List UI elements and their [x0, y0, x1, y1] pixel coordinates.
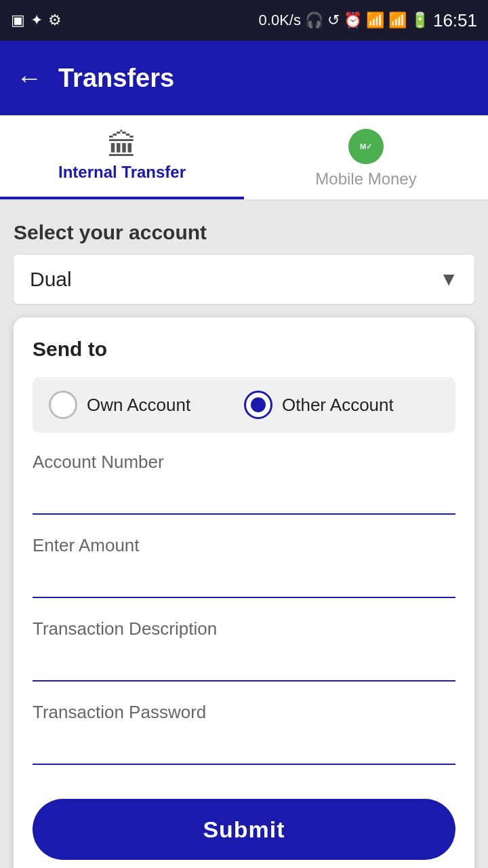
- signal-icon: 📶: [388, 12, 407, 29]
- tab-mobile-money-label: Mobile Money: [315, 170, 416, 189]
- dropdown-arrow-icon: ▼: [439, 269, 458, 290]
- tabs-container: 🏛 Internal Transfer M✓ Mobile Money: [0, 115, 488, 201]
- mpesa-logo: M✓: [348, 129, 384, 164]
- password-group: Transaction Password: [33, 702, 455, 765]
- speed-indicator: 0.0K/s: [259, 12, 301, 29]
- own-account-radio[interactable]: [49, 391, 77, 419]
- amount-group: Enter Amount: [33, 535, 455, 598]
- wifi-icon: 📶: [366, 12, 384, 29]
- alarm-icon: ⏰: [344, 12, 362, 29]
- own-account-label: Own Account: [87, 395, 190, 416]
- description-label: Transaction Description: [33, 618, 455, 639]
- password-label: Transaction Password: [33, 702, 455, 723]
- tab-internal-transfer[interactable]: 🏛 Internal Transfer: [0, 115, 244, 199]
- select-account-label: Select your account: [14, 221, 474, 244]
- description-input[interactable]: [33, 645, 455, 682]
- status-time: 16:51: [433, 10, 477, 31]
- status-bar: ▣ ✦ ⚙ 0.0K/s 🎧 ↺ ⏰ 📶 📶 🔋 16:51: [0, 0, 488, 41]
- status-icons-right: 0.0K/s 🎧 ↺ ⏰ 📶 📶 🔋 16:51: [259, 10, 477, 31]
- amount-label: Enter Amount: [33, 535, 455, 556]
- send-to-title: Send to: [33, 338, 455, 361]
- other-account-label: Other Account: [282, 395, 394, 416]
- tab-mobile-money[interactable]: M✓ Mobile Money: [244, 115, 488, 199]
- bank-icon: 🏛: [107, 129, 137, 163]
- usb-icon: ⚙: [48, 12, 62, 29]
- account-dropdown[interactable]: Dual ▼: [14, 255, 474, 304]
- bluetooth-icon: ✦: [30, 12, 43, 29]
- page-title: Transfers: [58, 64, 174, 93]
- header: ← Transfers: [0, 41, 488, 115]
- battery-icon: 🔋: [411, 12, 429, 29]
- account-number-label: Account Number: [33, 452, 455, 473]
- content-area: Select your account Dual ▼ Send to Own A…: [0, 201, 488, 868]
- password-input[interactable]: [33, 728, 455, 765]
- send-to-card: Send to Own Account Other Account Accoun…: [14, 317, 474, 868]
- status-icons-left: ▣ ✦ ⚙: [11, 12, 62, 29]
- tab-internal-transfer-label: Internal Transfer: [58, 163, 186, 182]
- radio-group: Own Account Other Account: [33, 377, 455, 433]
- description-group: Transaction Description: [33, 618, 455, 682]
- account-number-group: Account Number: [33, 452, 455, 515]
- account-number-input[interactable]: [33, 478, 455, 515]
- own-account-option[interactable]: Own Account: [49, 391, 244, 419]
- headphone-icon: 🎧: [305, 12, 323, 29]
- other-account-radio[interactable]: [244, 391, 272, 419]
- amount-input[interactable]: [33, 561, 455, 598]
- other-account-option[interactable]: Other Account: [244, 391, 439, 419]
- mpesa-text: M✓: [360, 142, 372, 151]
- sim-icon: ▣: [11, 12, 25, 29]
- refresh-icon: ↺: [327, 12, 340, 29]
- account-dropdown-value: Dual: [30, 268, 72, 291]
- submit-button[interactable]: Submit: [33, 799, 455, 860]
- back-button[interactable]: ←: [16, 64, 42, 93]
